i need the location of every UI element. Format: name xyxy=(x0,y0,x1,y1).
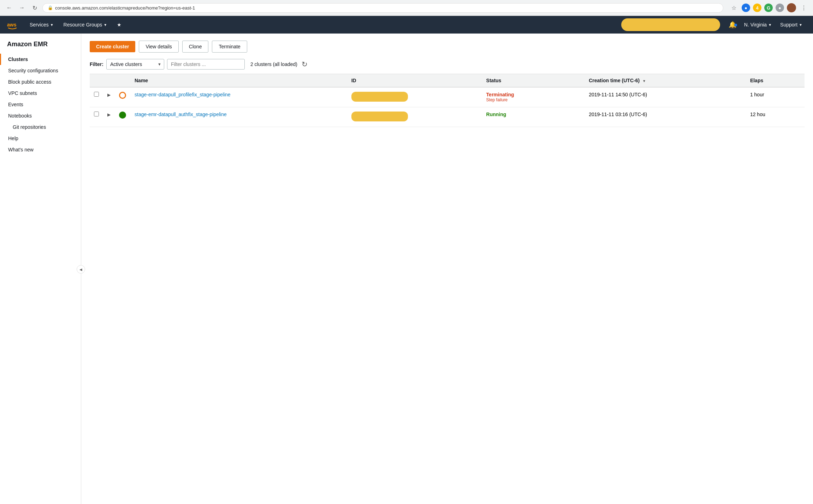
sidebar-item-events[interactable]: Events xyxy=(0,99,81,110)
filter-input[interactable] xyxy=(167,59,245,70)
row1-status-main: Terminating xyxy=(486,92,581,97)
row2-status-icon xyxy=(119,112,126,119)
row2-elapsed-cell: 12 hou xyxy=(746,107,805,127)
pin-nav-item[interactable]: ★ xyxy=(112,16,126,34)
browser-chrome: ← → ↻ 🔒 console.aws.amazon.com/elasticma… xyxy=(0,0,813,16)
main-layout: Amazon EMR Clusters Security configurati… xyxy=(0,34,813,504)
user-avatar[interactable] xyxy=(787,3,796,12)
row1-name-link[interactable]: stage-emr-datapull_profilefix_stage-pipe… xyxy=(135,92,231,97)
row2-creation-time: 2019-11-11 03:16 (UTC-6) xyxy=(589,112,647,117)
row1-creation-cell: 2019-11-11 14:50 (UTC-6) xyxy=(584,87,746,107)
th-icon xyxy=(115,74,130,88)
main-content: Create cluster View details Clone Termin… xyxy=(81,34,813,504)
ext-icon-green: G xyxy=(764,4,773,12)
services-label: Services xyxy=(30,22,49,28)
cluster-table: Name ID Status Creation time (UTC-6) ▼ E… xyxy=(90,74,805,127)
filter-select[interactable]: Active clusters All clusters Terminated … xyxy=(106,59,164,70)
svg-text:aws: aws xyxy=(7,22,17,28)
sidebar-item-notebooks[interactable]: Notebooks xyxy=(0,110,81,121)
lock-icon: 🔒 xyxy=(48,5,53,10)
sort-icon: ▼ xyxy=(642,79,646,83)
ext-icon-gray: ● xyxy=(776,4,784,12)
row2-id-cell xyxy=(347,107,482,127)
row2-expand-arrow[interactable]: ▶ xyxy=(107,112,111,117)
services-nav-item[interactable]: Services ▼ xyxy=(25,16,59,34)
th-elapsed: Elaps xyxy=(746,74,805,88)
view-details-button[interactable]: View details xyxy=(139,41,178,53)
sidebar-item-git-repositories[interactable]: Git repositories xyxy=(0,121,81,133)
aws-logo: aws xyxy=(6,18,19,31)
create-cluster-button[interactable]: Create cluster xyxy=(90,41,135,52)
notifications-bell[interactable]: 🔔 xyxy=(724,21,741,29)
sidebar-item-vpc-subnets[interactable]: VPC subnets xyxy=(0,88,81,99)
filter-row: Filter: Active clusters All clusters Ter… xyxy=(90,59,805,70)
table-header-row: Name ID Status Creation time (UTC-6) ▼ E… xyxy=(90,74,805,88)
table-row: ▶ stage-emr-datapull_authfix_stage-pipel… xyxy=(90,107,805,127)
filter-count: 2 clusters (all loaded) xyxy=(250,61,297,67)
row1-status-icon xyxy=(119,92,126,99)
row1-check-cell xyxy=(90,87,103,107)
row1-checkbox[interactable] xyxy=(94,92,99,97)
url-text: console.aws.amazon.com/elasticmapreduce/… xyxy=(55,5,195,11)
row2-expand-cell: ▶ xyxy=(103,107,115,127)
cluster-table-body: ▶ stage-emr-datapull_profilefix_stage-pi… xyxy=(90,87,805,127)
row1-status-sub: Step failure xyxy=(486,97,581,102)
toolbar: Create cluster View details Clone Termin… xyxy=(90,41,805,53)
row2-icon-cell xyxy=(115,107,130,127)
row1-status-cell: Terminating Step failure xyxy=(482,87,585,107)
row2-name-link[interactable]: stage-emr-datapull_authfix_stage-pipelin… xyxy=(135,112,227,117)
refresh-button[interactable]: ↻ xyxy=(302,60,308,68)
reload-button[interactable]: ↻ xyxy=(30,3,40,13)
address-bar[interactable]: 🔒 console.aws.amazon.com/elasticmapreduc… xyxy=(42,3,723,13)
sidebar-collapse-button[interactable]: ◀ xyxy=(77,265,85,274)
table-row: ▶ stage-emr-datapull_profilefix_stage-pi… xyxy=(90,87,805,107)
row1-elapsed-time: 1 hour xyxy=(750,92,764,97)
region-label: N. Virginia xyxy=(744,22,767,28)
terminate-button[interactable]: Terminate xyxy=(212,41,247,53)
row2-checkbox[interactable] xyxy=(94,112,99,116)
row1-id-cell xyxy=(347,87,482,107)
aws-top-nav: aws Services ▼ Resource Groups ▼ ★ 🔔 N. … xyxy=(0,16,813,34)
ext-icon-yellow: 4 xyxy=(753,4,761,12)
row1-id-bar xyxy=(351,92,408,102)
back-button[interactable]: ← xyxy=(4,3,14,13)
row2-status-cell: Running xyxy=(482,107,585,127)
row1-elapsed-cell: 1 hour xyxy=(746,87,805,107)
services-chevron: ▼ xyxy=(50,23,54,27)
th-id: ID xyxy=(347,74,482,88)
resource-groups-nav-item[interactable]: Resource Groups ▼ xyxy=(59,16,112,34)
sidebar: Amazon EMR Clusters Security configurati… xyxy=(0,34,81,504)
menu-button[interactable]: ⋮ xyxy=(799,3,809,13)
row2-check-cell xyxy=(90,107,103,127)
support-nav-item[interactable]: Support ▼ xyxy=(775,16,807,34)
row2-id-bar xyxy=(351,112,408,121)
row1-icon-cell xyxy=(115,87,130,107)
forward-button[interactable]: → xyxy=(17,3,27,13)
sidebar-item-whats-new[interactable]: What's new xyxy=(0,144,81,155)
sidebar-item-help[interactable]: Help xyxy=(0,133,81,144)
row1-creation-time: 2019-11-11 14:50 (UTC-6) xyxy=(589,92,647,97)
pin-icon: ★ xyxy=(117,22,121,28)
bookmark-button[interactable]: ☆ xyxy=(729,3,739,13)
sidebar-item-security-configurations[interactable]: Security configurations xyxy=(0,65,81,76)
row2-creation-cell: 2019-11-11 03:16 (UTC-6) xyxy=(584,107,746,127)
row1-name-cell: stage-emr-datapull_profilefix_stage-pipe… xyxy=(130,87,347,107)
row1-expand-cell: ▶ xyxy=(103,87,115,107)
row2-status-main: Running xyxy=(486,112,581,117)
clone-button[interactable]: Clone xyxy=(182,41,209,53)
filter-select-wrapper: Active clusters All clusters Terminated … xyxy=(106,59,164,70)
th-name: Name xyxy=(130,74,347,88)
filter-label: Filter: xyxy=(90,61,103,67)
sidebar-item-clusters[interactable]: Clusters xyxy=(0,54,81,65)
browser-actions: ☆ ● 4 G ● ⋮ xyxy=(729,3,809,13)
nav-highlight-box xyxy=(621,18,720,31)
row1-expand-arrow[interactable]: ▶ xyxy=(107,92,111,97)
resource-groups-chevron: ▼ xyxy=(103,23,107,27)
notification-dot xyxy=(734,24,737,26)
support-label: Support xyxy=(780,22,797,28)
region-selector[interactable]: N. Virginia ▼ xyxy=(741,22,775,28)
th-status: Status xyxy=(482,74,585,88)
sidebar-item-block-public-access[interactable]: Block public access xyxy=(0,76,81,88)
support-chevron: ▼ xyxy=(799,23,802,27)
region-chevron: ▼ xyxy=(768,23,772,27)
